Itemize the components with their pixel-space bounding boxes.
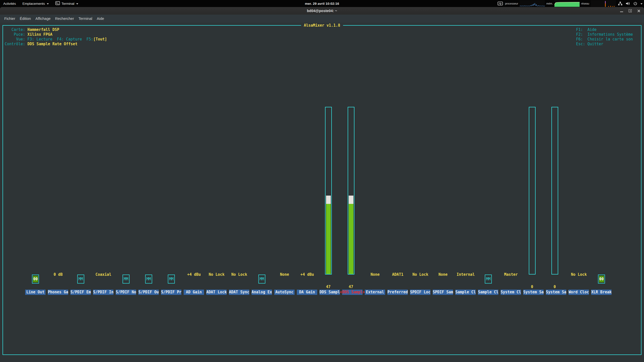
control-label-sample-cl-20: Sample Cl [478,290,498,295]
control-label-adat-sync-9: ADAT Sync [229,290,249,295]
network-icon[interactable] [616,0,624,7]
volume-value-22: 0 [527,285,537,289]
power-icon[interactable] [631,0,639,7]
help-line-2: F6: Choisir la carte son [576,37,633,42]
volume-bar-dds-sampl-14 [348,107,354,275]
control-label-adat-lock-8: ADAT Lock [206,290,227,295]
close-icon [637,9,640,13]
chevron-down-icon [47,3,49,5]
menubar-item-rechercher[interactable]: Rechercher [53,15,76,23]
control-label-xlr-break-25: XLR Break [591,290,612,295]
menubar-item-terminal[interactable]: Terminal [76,15,95,23]
control-label-system-sa-23: System Sa [546,290,566,295]
system-tray: processeur mém. réseau [497,0,644,7]
chevron-down-icon[interactable] [639,0,644,7]
menubar-item-affichage[interactable]: Affichage [33,15,53,23]
terminal-screen[interactable]: AlsaMixer v1.1.8 Carte: Hammerfall DSP P… [0,23,644,362]
control-label-s-pdif-ou-5: S/PDIF Ou [138,290,159,295]
gnome-top-bar: Activités Emplacements Terminal mer. 29 … [0,0,644,7]
control-value-adat-sync-9: No Lock [224,272,254,277]
volume-value-14: 47 [346,285,356,289]
control-label-sample-cl-19: Sample Cl [455,290,476,295]
info-line-card: Carte: Hammerfall DSP [3,27,59,32]
control-label-s-pdif-pr-6: S/PDIF Pr [161,290,181,295]
activities-button[interactable]: Activités [0,0,19,7]
control-value-s-pdif-in-3: Coaxial [88,272,118,277]
unmute-box-line-out-0: 00 [32,275,39,284]
chip-value: Xilinx FPGA [27,32,52,37]
clock[interactable]: mer. 29 avril 10:02:16 [305,0,339,7]
terminal-app-menu[interactable]: Terminal [52,0,82,7]
maximize-icon [629,9,632,12]
maximize-button[interactable] [627,8,633,14]
mute-state: MM [124,277,128,281]
mute-box-s-pdif-no-4: MM [123,275,130,284]
control-label-s-pdif-no-4: S/PDIF No [116,290,136,295]
control-label: Contrôle: [3,42,25,47]
system-monitor-icon[interactable] [497,0,504,7]
unmute-box-xlr-break-25: 00 [598,275,605,284]
control-label-autosync-11: AutoSync [274,290,295,295]
window-title: bd04@poste04: ~ [307,7,337,15]
control-label-spdif-loc-17: SPDIF Loc [410,290,430,295]
mute-state: MM [260,277,264,281]
control-label-dds-sampl-13: DDS Sampl [319,290,340,295]
control-label-s-pdif-in-3: S/PDIF In [93,290,113,295]
control-label-line-out-0: Line Out [25,290,46,295]
volume-value-13: 47 [323,285,333,289]
minimize-icon [620,12,623,12]
control-value-word-cloc-24: No Lock [564,272,594,277]
info-line-chip: Puce: Xilinx FPGA [3,32,52,37]
card-value: Hammerfall DSP [27,27,59,32]
memory-monitor-label: mém. [545,2,554,5]
selection-bracket-right: > [363,290,365,295]
control-label-preferred-16: Preferred [387,290,408,295]
menubar-item-edition[interactable]: Édition [18,15,33,23]
volume-bar-dds-sampl-13 [325,107,332,275]
view-keys: F3: Lecture F4: Capture F5: [27,37,93,41]
close-button[interactable] [636,8,641,14]
desktop: Activités Emplacements Terminal mer. 29 … [0,0,644,362]
menubar: FichierÉditionAffichageRechercherTermina… [0,15,644,23]
menubar-item-aide[interactable]: Aide [95,15,106,23]
control-label-system-cl-21: System Cl [501,290,521,295]
view-mode: [Tout] [93,37,107,41]
control-value-phones-ga-1: 0 dB [43,272,73,277]
menubar-item-fichier[interactable]: Fichier [2,15,18,23]
alsamixer-frame [3,25,641,355]
control-label-dds-sampl-14: DDS Sampl [342,290,363,295]
view-label: Vue: [3,37,25,42]
window-titlebar[interactable]: bd04@poste04: ~ [0,7,644,15]
mute-state: 00 [33,276,38,282]
places-menu[interactable]: Emplacements [19,0,52,7]
control-label-spdif-sam-18: SPDIF Sam [433,290,453,295]
volume-bar-system-sa-23 [551,107,558,275]
volume-icon[interactable] [624,0,631,7]
minimize-button[interactable] [619,8,624,14]
control-label-system-sa-22: System Sa [523,290,544,295]
mute-state: MM [486,277,491,281]
cpu-monitor-label: processeur [504,2,519,5]
memory-graph[interactable] [554,0,580,7]
help-line-0: F1: Aide [576,27,596,32]
control-label-ad-gain-7: AD Gain [184,290,204,295]
chevron-down-icon [76,3,78,5]
mute-state: MM [146,277,151,281]
cpu-graph[interactable] [520,0,545,7]
selection-bracket-left: < [340,290,342,295]
alsamixer-title: AlsaMixer v1.1.8 [301,23,343,28]
mute-box-sample-cl-20: MM [485,275,492,284]
mute-box-s-pdif-ou-5: MM [145,275,152,284]
volume-value-23: 0 [550,285,560,289]
chip-label: Puce: [3,32,25,37]
mute-box-s-pdif-em-2: MM [77,275,84,284]
control-value-sample-cl-19: Internal [451,272,481,277]
terminal-app-icon [55,1,60,6]
card-label: Carte: [3,27,25,32]
mute-box-analog-ex-10: MM [258,275,265,284]
mute-state: MM [78,277,83,281]
control-value: DDS Sample Rate Offset [27,42,77,47]
control-value-system-cl-21: Master [496,272,526,277]
info-line-view: Vue: F3: Lecture F4: Capture F5:[Tout] [3,37,107,42]
network-graph[interactable] [591,0,616,7]
